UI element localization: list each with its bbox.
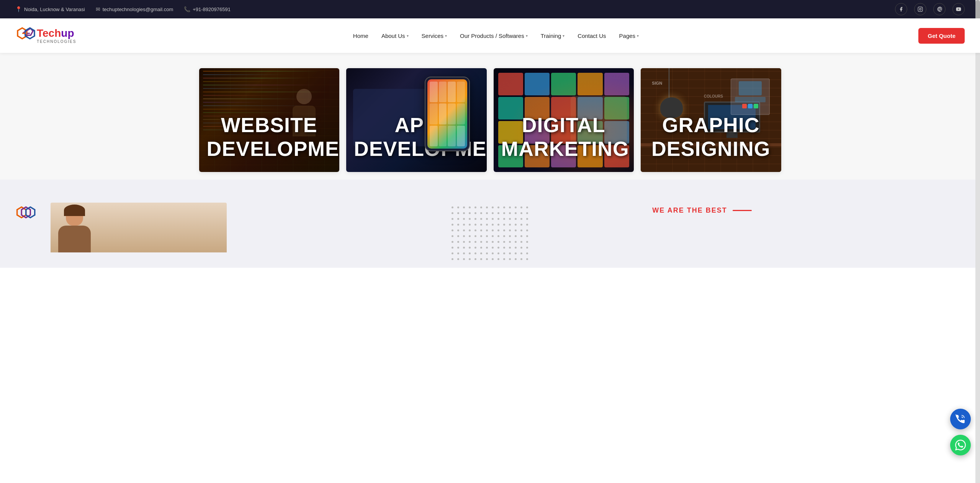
dot — [503, 241, 505, 243]
dot — [526, 212, 528, 214]
social-icons — [895, 3, 965, 15]
service-card-web-development[interactable]: WEBSITE DEVELOPMENT — [199, 68, 340, 172]
dot — [474, 235, 476, 237]
dot — [492, 224, 494, 226]
pages-chevron-icon: ▾ — [637, 34, 639, 38]
dot — [457, 252, 459, 254]
svg-point-2 — [921, 8, 922, 8]
dot — [480, 224, 482, 226]
dot — [463, 235, 465, 237]
dot — [463, 229, 465, 231]
dot — [520, 247, 522, 249]
dot — [503, 218, 505, 220]
dot — [486, 224, 488, 226]
dot — [457, 235, 459, 237]
dot — [463, 241, 465, 243]
dot — [509, 235, 511, 237]
dot — [474, 229, 476, 231]
person-image — [51, 203, 227, 252]
logo[interactable]: Techup Technologies — [15, 26, 76, 46]
dot — [492, 235, 494, 237]
dot — [492, 212, 494, 214]
dot — [469, 258, 471, 260]
dot — [526, 229, 528, 231]
dot — [492, 252, 494, 254]
dot — [457, 241, 459, 243]
youtube-icon[interactable] — [952, 3, 965, 15]
dot — [480, 235, 482, 237]
email-icon: ✉ — [96, 6, 100, 12]
dot — [457, 247, 459, 249]
dot — [520, 212, 522, 214]
nav-training[interactable]: Training ▾ — [535, 29, 570, 42]
dot — [480, 252, 482, 254]
logo-text: Techup Technologies — [37, 28, 76, 44]
training-chevron-icon: ▾ — [563, 34, 564, 38]
dot — [509, 258, 511, 260]
dot — [526, 235, 528, 237]
dot — [515, 206, 517, 208]
dot — [469, 241, 471, 243]
dot — [463, 218, 465, 220]
dot — [452, 247, 453, 249]
dot — [497, 218, 499, 220]
digital-marketing-bg: DIGITAL MARKETING — [494, 68, 634, 172]
nav-home[interactable]: Home — [348, 29, 374, 42]
products-chevron-icon: ▾ — [526, 34, 528, 38]
dot — [474, 247, 476, 249]
dot — [452, 224, 453, 226]
web-dev-bg: WEBSITE DEVELOPMENT — [199, 68, 340, 172]
dot — [463, 212, 465, 214]
phone-item[interactable]: 📞 +91-8920976591 — [184, 6, 231, 12]
dot — [509, 206, 511, 208]
dot — [503, 224, 505, 226]
digital-marketing-label: DIGITAL MARKETING — [494, 102, 634, 172]
app-dev-bg: APP DEVELOPMENT — [346, 68, 487, 172]
dot — [469, 206, 471, 208]
instagram-icon[interactable] — [914, 3, 926, 15]
dot — [509, 212, 511, 214]
nav-contact-us[interactable]: Contact Us — [572, 29, 611, 42]
dot — [486, 229, 488, 231]
services-grid: WEBSITE DEVELOPMENT — [199, 68, 781, 172]
dot — [509, 229, 511, 231]
dot — [452, 212, 453, 214]
nav-services[interactable]: Services ▾ — [416, 29, 453, 42]
dot — [509, 247, 511, 249]
service-card-digital-marketing[interactable]: DIGITAL MARKETING — [494, 68, 634, 172]
dot — [520, 258, 522, 260]
dot — [480, 229, 482, 231]
dot — [486, 235, 488, 237]
dot — [497, 229, 499, 231]
dot — [509, 224, 511, 226]
dot — [497, 206, 499, 208]
dot — [503, 235, 505, 237]
service-card-app-development[interactable]: APP DEVELOPMENT — [346, 68, 487, 172]
dot — [463, 247, 465, 249]
dot — [452, 218, 453, 220]
dot — [520, 252, 522, 254]
dot — [526, 241, 528, 243]
email-item[interactable]: ✉ techuptechnologies@gmail.com — [96, 6, 173, 12]
dot — [509, 241, 511, 243]
dot — [509, 218, 511, 220]
dot — [486, 241, 488, 243]
facebook-icon[interactable] — [895, 3, 907, 15]
svg-point-1 — [919, 8, 921, 10]
dot — [469, 235, 471, 237]
service-card-graphic-designing[interactable]: SIGN COLOURS GRAPHIC DESIGNING — [641, 68, 781, 172]
bottom-logo-icon — [15, 203, 38, 226]
dot — [474, 241, 476, 243]
nav-products[interactable]: Our Products / Softwares ▾ — [455, 29, 533, 42]
nav-pages[interactable]: Pages ▾ — [614, 29, 645, 42]
we-are-best-section: WE ARE THE BEST — [652, 206, 751, 214]
get-quote-button[interactable]: Get Quote — [918, 28, 965, 44]
bottom-section: // Generate dots inline for(let i = 0; i… — [0, 180, 980, 268]
dot — [452, 235, 453, 237]
bottom-right-panel: WE ARE THE BEST — [637, 195, 980, 268]
nav-about-us[interactable]: About Us ▾ — [376, 29, 414, 42]
dot — [474, 258, 476, 260]
dot — [480, 212, 482, 214]
at-sign-icon[interactable] — [933, 3, 946, 15]
header: Techup Technologies Home About Us ▾ Serv… — [0, 18, 980, 53]
